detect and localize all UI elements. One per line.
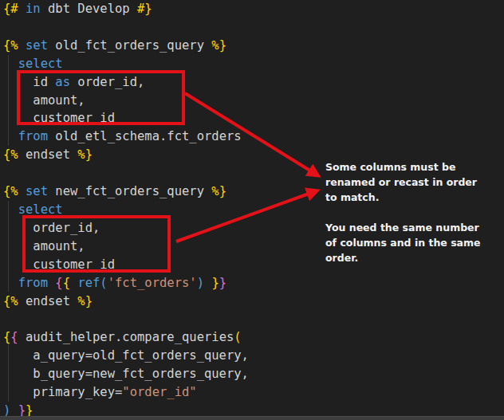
code-token: from xyxy=(18,129,48,143)
code-token: endset xyxy=(18,147,78,162)
code-token: %} xyxy=(77,294,93,308)
code-token: set xyxy=(26,38,48,53)
code-token: {% xyxy=(3,184,18,198)
annotation-note-order: You need the same number of columns and … xyxy=(325,220,501,265)
code-line: {% set old_fct_orders_query %} xyxy=(3,37,249,55)
code-token: set xyxy=(26,184,48,198)
code-token: } xyxy=(211,276,219,290)
code-token: { xyxy=(63,276,70,290)
code-token xyxy=(3,276,18,290)
code-token: 'fct_orders' xyxy=(108,276,197,290)
code-token: {% xyxy=(3,294,18,308)
code-token: { xyxy=(10,330,18,344)
code-token xyxy=(204,276,211,290)
code-token: a_query=old_fct_orders_query, xyxy=(3,348,249,363)
code-token: new_fct_orders_query xyxy=(48,184,211,198)
code-token: { xyxy=(55,276,62,290)
code-token xyxy=(48,276,55,290)
code-token: } xyxy=(219,276,226,290)
code-token: select xyxy=(18,57,63,71)
highlight-box-new-columns xyxy=(22,215,171,273)
code-token: audit_helper.compare_queries xyxy=(18,330,234,344)
code-token xyxy=(3,57,18,71)
code-token: primary_key= xyxy=(3,385,122,399)
code-token: %} xyxy=(77,147,93,162)
code-token xyxy=(18,184,26,198)
code-token: in xyxy=(26,2,41,16)
code-token xyxy=(70,276,77,290)
code-token: "order_id" xyxy=(122,385,196,399)
code-token: %} xyxy=(211,184,226,198)
code-line: from old_etl_schema.fct_orders xyxy=(3,128,249,146)
code-token: old_fct_orders_query xyxy=(48,38,211,53)
code-line: {% endset %} xyxy=(3,146,249,164)
code-token xyxy=(18,2,26,16)
annotation-note: Some columns must be renamed or recast i… xyxy=(325,144,501,281)
code-block: {# in dbt Develop #}{% set old_fct_order… xyxy=(3,0,249,420)
code-line: {% set new_fct_orders_query %} xyxy=(3,183,249,201)
code-token xyxy=(18,38,26,53)
code-line: a_query=old_fct_orders_query, xyxy=(3,347,249,365)
code-line: {{ audit_helper.compare_queries( xyxy=(3,328,249,347)
code-token xyxy=(3,129,18,143)
code-token: {# xyxy=(3,2,18,16)
code-line xyxy=(3,310,249,328)
code-token: {% xyxy=(3,147,18,162)
code-token: ( xyxy=(234,330,241,344)
annotation-note-match: Some columns must be renamed or recast i… xyxy=(325,159,501,205)
code-token: b_query=new_fct_orders_query, xyxy=(3,367,249,381)
code-token: %} xyxy=(211,38,226,53)
code-token: endset xyxy=(18,294,78,308)
code-line: {# in dbt Develop #} xyxy=(3,0,249,18)
code-token: dbt Develop xyxy=(41,2,137,16)
code-token: from xyxy=(18,276,48,290)
code-editor[interactable]: {# in dbt Develop #}{% set old_fct_order… xyxy=(0,0,504,420)
code-line xyxy=(3,164,249,183)
code-line: b_query=new_fct_orders_query, xyxy=(3,365,249,383)
code-line xyxy=(3,18,249,37)
code-line: from {{ ref('fct_orders') }} xyxy=(3,274,249,292)
code-token: ref( xyxy=(77,276,107,290)
code-token: { xyxy=(3,330,10,344)
code-token: {% xyxy=(3,38,18,53)
code-token: #} xyxy=(137,2,152,16)
highlight-box-old-columns xyxy=(17,70,185,125)
code-line: primary_key="order_id" xyxy=(3,383,249,402)
code-token: old_etl_schema.fct_orders xyxy=(48,129,242,143)
code-token xyxy=(3,202,18,217)
bottom-panel-edge xyxy=(0,416,504,420)
code-line: {% endset %} xyxy=(3,292,249,311)
code-token: ) xyxy=(197,276,204,290)
